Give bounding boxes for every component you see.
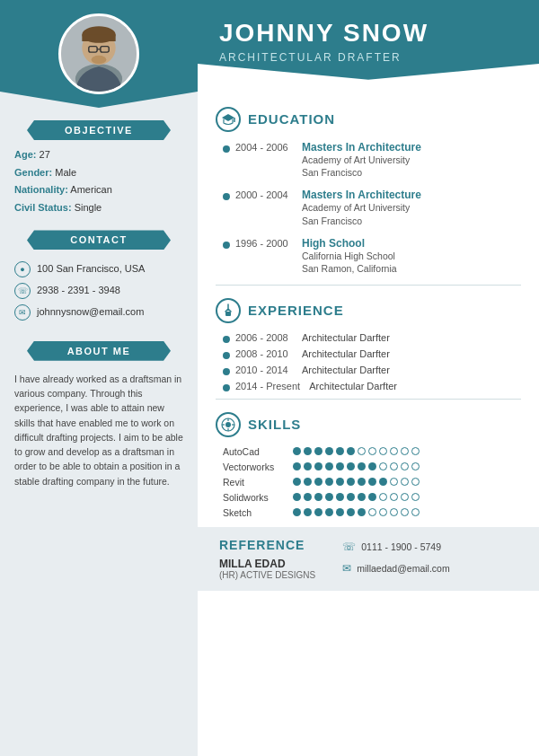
avatar <box>58 13 139 94</box>
exp-year-1: 2008 - 2010 <box>223 348 293 359</box>
ref-email-icon: ✉ <box>342 559 351 579</box>
nationality-value: American <box>70 184 111 195</box>
exp-item-0: 2006 - 2008 Architectular Darfter <box>216 332 521 343</box>
civil-value: Single <box>75 202 102 213</box>
email-value: johnnysnow@email.com <box>37 303 144 321</box>
edu-details-2: High School California High School San R… <box>302 237 521 276</box>
skill-dot-4-11 <box>411 508 420 516</box>
edu-school-0: Academy of Art University San Francisco <box>302 154 521 180</box>
skill-dot-4-6 <box>358 508 366 516</box>
skill-dot-1-4 <box>336 462 344 470</box>
nationality-field: Nationality: American <box>14 182 183 198</box>
skill-dots-2 <box>293 478 420 486</box>
ref-email: millaedad@email.com <box>357 560 449 577</box>
ref-phone-item: ☏ 0111 - 1900 - 5749 <box>342 538 449 558</box>
skill-dot-4-8 <box>379 508 387 516</box>
email-icon: ✉ <box>14 304 31 321</box>
skills-list: AutoCadVectorworksRevitSolidworksSketch <box>216 446 521 518</box>
skill-dot-1-0 <box>293 462 301 470</box>
edu-year-2: 1996 - 2000 <box>223 237 293 276</box>
skill-dot-2-2 <box>314 478 323 486</box>
exp-role-0: Architectular Darfter <box>302 332 390 343</box>
skill-dot-4-4 <box>336 508 344 516</box>
ref-phone: 0111 - 1900 - 5749 <box>361 539 441 556</box>
skill-dot-0-0 <box>293 447 301 455</box>
skill-dot-0-9 <box>390 447 398 455</box>
objective-label: OBJECTIVE <box>27 120 171 140</box>
dot-icon <box>223 193 230 200</box>
main-content: JOHNNY SNOW ARCHITECTULAR DRAFTER EDUCAT… <box>198 0 539 756</box>
divider-2 <box>216 399 521 400</box>
skill-dot-4-2 <box>314 508 323 516</box>
ref-email-item: ✉ millaedad@email.com <box>342 559 449 579</box>
skill-dot-4-5 <box>347 508 355 516</box>
skill-dot-0-6 <box>358 447 366 455</box>
education-list: 2004 - 2006 Masters In Architecture Acad… <box>216 141 521 276</box>
skill-dot-3-6 <box>358 493 366 501</box>
about-block: I have already worked as a draftsman in … <box>0 368 198 492</box>
skills-section-title: SKILLS <box>216 412 521 437</box>
exp-item-1: 2008 - 2010 Architectular Darfter <box>216 348 521 359</box>
skill-dot-1-9 <box>390 462 398 470</box>
skill-dot-1-2 <box>314 462 323 470</box>
dot-icon <box>223 145 230 153</box>
candidate-title: ARCHITECTULAR DRAFTER <box>219 51 517 64</box>
education-icon <box>216 107 241 132</box>
skill-dot-0-7 <box>368 447 376 455</box>
skill-dot-3-5 <box>347 493 355 501</box>
skill-dot-4-0 <box>293 508 301 516</box>
exp-role-1: Architectular Darfter <box>302 348 390 359</box>
skill-name-0: AutoCad <box>223 446 287 457</box>
experience-icon <box>216 298 241 323</box>
contact-block: ● 100 San Francisco, USA ☏ 2938 - 2391 -… <box>0 257 198 328</box>
divider-1 <box>216 285 521 286</box>
main-sections: EDUCATION 2004 - 2006 Masters In Archite… <box>198 85 539 756</box>
civil-field: Civil Status: Single <box>14 200 183 216</box>
ref-section-title: REFERENCE <box>219 538 315 552</box>
skills-icon <box>216 412 241 437</box>
skill-dots-1 <box>293 462 420 470</box>
main-header: JOHNNY SNOW ARCHITECTULAR DRAFTER <box>198 0 539 80</box>
skill-name-4: Sketch <box>223 507 287 518</box>
gender-value: Male <box>55 167 76 178</box>
experience-list: 2006 - 2008 Architectular Darfter 2008 -… <box>216 332 521 391</box>
skill-dot-3-9 <box>390 493 398 501</box>
ref-left: REFERENCE MILLA EDAD (HR) ACTIVE DESIGNS <box>219 538 315 580</box>
exp-item-3: 2014 - Present Architectular Darfter <box>216 381 521 391</box>
skill-dot-2-10 <box>401 478 409 486</box>
edu-details-0: Masters In Architecture Academy of Art U… <box>302 141 521 180</box>
civil-label: Civil Status: <box>14 202 72 213</box>
skill-dot-2-0 <box>293 478 301 486</box>
skill-dot-3-0 <box>293 493 301 501</box>
ref-phone-icon: ☏ <box>342 538 356 558</box>
skill-dot-4-10 <box>401 508 409 516</box>
dot-icon <box>223 336 230 343</box>
skill-dot-3-8 <box>379 493 387 501</box>
skill-dot-1-6 <box>358 462 366 470</box>
skill-dot-4-1 <box>304 508 312 516</box>
skill-dot-0-11 <box>411 447 420 455</box>
objective-block: Age: 27 Gender: Male Nationality: Americ… <box>0 147 198 217</box>
edu-school-2: California High School San Ramon, Califo… <box>302 250 521 276</box>
skill-name-3: Solidworks <box>223 492 287 503</box>
address-item: ● 100 San Francisco, USA <box>14 260 183 278</box>
skill-dot-0-10 <box>401 447 409 455</box>
phone-value: 2938 - 2391 - 3948 <box>37 282 120 300</box>
edu-details-1: Masters In Architecture Academy of Art U… <box>302 189 521 227</box>
education-section-title: EDUCATION <box>216 107 521 132</box>
skill-dot-3-7 <box>368 493 376 501</box>
age-label: Age: <box>14 149 36 160</box>
dot-icon <box>223 384 230 391</box>
skill-row-0: AutoCad <box>223 446 521 457</box>
svg-rect-4 <box>82 35 115 41</box>
skill-dot-2-11 <box>411 478 420 486</box>
skill-row-4: Sketch <box>223 507 521 518</box>
skill-row-3: Solidworks <box>223 492 521 503</box>
ref-right: ☏ 0111 - 1900 - 5749 ✉ millaedad@email.c… <box>342 538 449 578</box>
skill-dot-1-1 <box>304 462 312 470</box>
edu-school-1: Academy of Art University San Francisco <box>302 201 521 227</box>
ref-name: MILLA EDAD <box>219 558 315 570</box>
skill-dot-1-7 <box>368 462 376 470</box>
skill-dot-2-1 <box>304 478 312 486</box>
email-item: ✉ johnnysnow@email.com <box>14 303 183 321</box>
